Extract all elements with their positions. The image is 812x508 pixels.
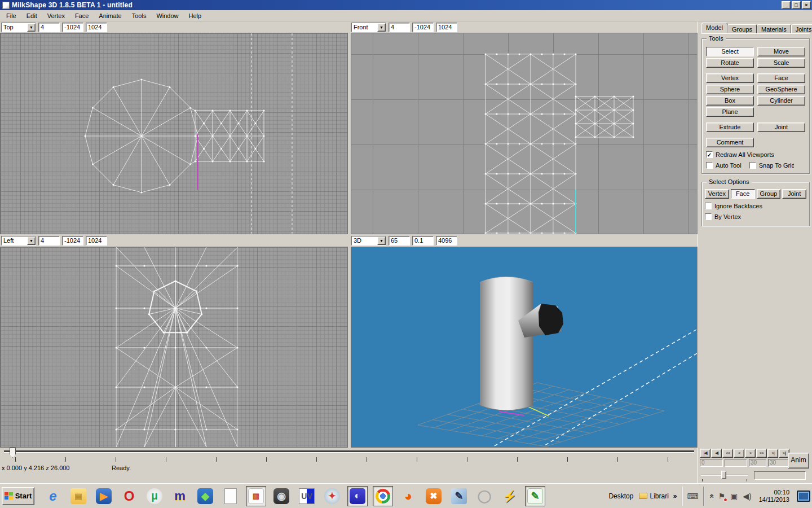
menu-edit[interactable]: Edit [21,11,42,21]
face-button[interactable]: Face [757,73,805,83]
snap-to-grid-checkbox[interactable] [749,162,756,169]
select-joint-button[interactable]: Joint [782,189,806,199]
box-button[interactable]: Box [706,96,754,106]
last-frame-field[interactable]: 30 [749,459,766,467]
top-viewport-mode-select[interactable]: Top ▼ [1,23,36,32]
top-viewport-zoom-field[interactable]: 4 [38,23,60,32]
timeline-track[interactable] [4,450,694,453]
notepad-plus-plus-icon[interactable]: ✎ [525,486,545,506]
step-back-button[interactable]: < [734,449,744,458]
tab-groups[interactable]: Groups [727,24,757,33]
left-viewport-min-field[interactable]: -1024 [62,236,83,246]
utorrent-icon[interactable]: µ [144,486,165,506]
front-viewport-zoom-field[interactable]: 4 [389,23,410,32]
keyboard-layout-icon[interactable]: ⌨ [687,492,699,501]
menu-animate[interactable]: Animate [94,11,126,21]
menu-vertex[interactable]: Vertex [42,11,70,21]
first-frame-field[interactable]: 0 [700,459,723,467]
close-button[interactable]: × [802,1,811,9]
libraries-toolbar-item[interactable]: Librari [639,492,668,500]
steam-icon[interactable]: ◉ [271,486,292,506]
extrude-button[interactable]: Extrude [706,122,754,132]
select-group-button[interactable]: Group [757,189,781,199]
select-button[interactable]: Select [706,47,754,56]
text-document-icon[interactable] [220,486,241,506]
left-viewport-max-field[interactable]: 1024 [86,236,107,246]
remote-desktop-icon[interactable]: ⚡ [500,486,520,506]
chrome-icon[interactable] [373,486,393,506]
menu-file[interactable]: File [1,11,21,21]
tray-expand-icon[interactable]: » [707,494,716,498]
desktop-toolbar-label[interactable]: Desktop [608,492,633,500]
redraw-all-viewports-checkbox[interactable]: ✓ [706,151,713,158]
minimize-button[interactable]: _ [782,1,791,9]
3d-viewport-far-field[interactable]: 4096 [436,236,457,246]
select-vertex-button[interactable]: Vertex [705,189,729,199]
menu-window[interactable]: Window [151,11,183,21]
top-viewport[interactable] [0,33,348,234]
3d-viewport-near-field[interactable]: 0.1 [412,236,434,246]
chevron-down-icon[interactable]: ▼ [377,237,386,245]
file-explorer-icon[interactable]: ▤ [68,486,89,506]
anim-toggle-button[interactable]: Anim [788,453,809,468]
uv-mapper-icon[interactable]: UV [297,486,317,506]
select-face-button[interactable]: Face [731,189,755,199]
restore-button[interactable]: □ [792,1,801,9]
previous-keyframe-button[interactable]: ◀ [711,449,722,458]
gom-player-icon[interactable]: ◐ [347,486,368,506]
tab-materials[interactable]: Materials [757,24,791,33]
ring-app-icon[interactable]: ◯ [474,486,495,506]
tab-model[interactable]: Model [701,23,727,33]
action-center-flag-icon[interactable]: ⚑ [718,492,726,501]
paint-icon[interactable]: ✎ [449,486,469,506]
front-viewport[interactable] [351,33,698,234]
ignore-backfaces-checkbox[interactable] [705,203,712,209]
firefox-icon[interactable]: ◕ [398,486,418,506]
xampp-icon[interactable]: ✖ [423,486,444,506]
internet-explorer-icon[interactable]: e [43,486,63,506]
start-button[interactable]: Start [2,487,34,505]
auto-tool-checkbox[interactable] [706,162,713,169]
chevron-down-icon[interactable]: ▼ [27,23,36,32]
anim-speed-slider-handle[interactable] [721,471,726,479]
front-viewport-mode-select[interactable]: Front ▼ [351,23,386,32]
fast-rewind-button[interactable]: << [722,449,733,458]
joint-button[interactable]: Joint [757,122,805,132]
comment-button[interactable]: Comment [706,138,754,147]
3d-viewport-mode-select[interactable]: 3D ▼ [351,236,386,246]
total-frames-field[interactable]: 30 [768,459,789,467]
sphere-button[interactable]: Sphere [706,85,754,94]
windows-media-player-icon[interactable]: ▶ [94,486,114,506]
chevron-down-icon[interactable]: ▼ [27,237,36,245]
front-viewport-max-field[interactable]: 1024 [436,23,457,32]
3d-viewport-fov-field[interactable]: 65 [389,236,410,246]
move-button[interactable]: Move [757,47,805,56]
left-viewport-mode-select[interactable]: Left ▼ [1,236,36,246]
network-icon[interactable]: ▣ [730,492,738,501]
left-viewport[interactable] [0,247,348,448]
mirc-icon[interactable]: m [170,486,190,506]
timeline-slider-handle[interactable] [10,448,16,458]
cylinder-button[interactable]: Cylinder [757,96,805,106]
chevron-down-icon[interactable]: ▼ [377,23,386,32]
3d-viewport[interactable] [351,247,698,448]
show-desktop-button[interactable] [797,491,810,502]
menu-help[interactable]: Help [184,11,207,21]
milkshape-3d-icon[interactable]: ▥ [246,486,266,506]
front-viewport-min-field[interactable]: -1024 [412,23,434,32]
animation-timeline[interactable] [0,448,698,462]
menu-tools[interactable]: Tools [127,11,152,21]
next-keyframe-button[interactable]: >| [767,449,778,458]
go-to-first-frame-button[interactable]: |◀ [700,449,710,458]
anim-speed-slider[interactable] [700,471,749,480]
top-viewport-max-field[interactable]: 1024 [86,23,107,32]
scale-button[interactable]: Scale [757,58,805,68]
opera-icon[interactable]: O [119,486,139,506]
the-sims-icon[interactable]: ◆ [195,486,215,506]
step-forward-button[interactable]: > [745,449,756,458]
left-viewport-zoom-field[interactable]: 4 [38,236,60,246]
vertex-button[interactable]: Vertex [706,73,754,83]
current-frame-field[interactable] [725,459,747,467]
rotate-button[interactable]: Rotate [706,58,754,68]
menu-face[interactable]: Face [70,11,94,21]
